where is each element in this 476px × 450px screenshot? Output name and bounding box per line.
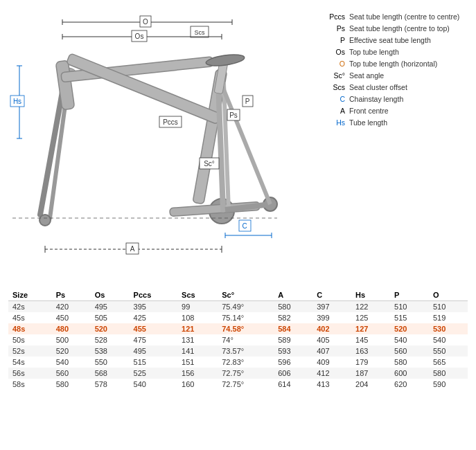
legend-value: Chainstay length: [349, 95, 469, 103]
legend-value: Seat cluster offset: [349, 83, 469, 91]
legend-value: Seat tube length (centre to centre): [349, 12, 469, 21]
table-cell: 540: [130, 379, 177, 390]
svg-text:P: P: [245, 98, 250, 105]
table-row: 48s48052045512174.58°584402127520530: [8, 323, 468, 334]
table-cell: 560: [52, 368, 91, 379]
table-cell: 72.75°: [218, 379, 274, 390]
table-body: 42s4204953959975.49°58039712251051045s45…: [8, 301, 468, 390]
table-cell: 121: [177, 323, 218, 334]
legend-value: Seat angle: [349, 71, 469, 80]
legend-value: Front centre: [349, 107, 469, 115]
table-cell: 395: [130, 301, 177, 313]
table-cell: 58s: [8, 379, 52, 390]
column-header: Hs: [351, 289, 390, 301]
legend-key: P: [326, 36, 349, 44]
svg-rect-0: [0, 0, 319, 284]
measurements-table: SizePsOsPccsScsSc°ACHsPO 42s420495395997…: [8, 289, 468, 390]
legend-key: O: [326, 60, 349, 68]
table-cell: 409: [312, 357, 351, 368]
column-header: Sc°: [218, 289, 274, 301]
table-cell: 515: [390, 312, 429, 323]
table-cell: 74.58°: [218, 323, 274, 334]
table-cell: 580: [274, 301, 312, 313]
legend-key: Scs: [326, 83, 349, 91]
column-header: Pccs: [130, 289, 177, 301]
table-cell: 179: [351, 357, 390, 368]
table-cell: 600: [390, 368, 429, 379]
table-cell: 425: [130, 312, 177, 323]
column-header: Scs: [177, 289, 218, 301]
table-cell: 56s: [8, 368, 52, 379]
legend-value: Effective seat tube length: [349, 36, 469, 44]
table-cell: 480: [52, 323, 91, 334]
table-cell: 582: [274, 312, 312, 323]
column-header: C: [312, 289, 351, 301]
svg-text:Hs: Hs: [13, 98, 21, 105]
table-cell: 540: [390, 334, 429, 345]
table-cell: 73.57°: [218, 345, 274, 357]
table-cell: 589: [274, 334, 312, 345]
table-cell: 530: [429, 323, 468, 334]
table-cell: 550: [91, 357, 130, 368]
table-cell: 550: [429, 345, 468, 357]
legend-value: Tube length: [349, 118, 469, 127]
table-cell: 510: [390, 301, 429, 313]
table-cell: 407: [312, 345, 351, 357]
legend-item: PEffective seat tube length: [326, 36, 469, 44]
legend-item: ScsSeat cluster offset: [326, 83, 469, 91]
legend-key: Pccs: [326, 12, 349, 21]
table-cell: 145: [351, 334, 390, 345]
table-cell: 72.83°: [218, 357, 274, 368]
legend-key: Hs: [326, 118, 349, 127]
table-cell: 42s: [8, 301, 52, 313]
table-row: 58s58057854016072.75°614413204620590: [8, 379, 468, 390]
table-cell: 156: [177, 368, 218, 379]
legend-item: OTop tube length (horizontal): [326, 60, 469, 68]
top-section: O Scs Os Hs Pccs: [0, 0, 476, 284]
table-cell: 413: [312, 379, 351, 390]
table-cell: 580: [52, 379, 91, 390]
table-row: 52s52053849514173.57°593407163560550: [8, 345, 468, 357]
svg-text:O: O: [143, 18, 148, 26]
table-cell: 75.14°: [218, 312, 274, 323]
legend-value: Seat tube length (centre to top): [349, 24, 469, 33]
legend-value: Top tube length (horizontal): [349, 60, 469, 68]
main-container: O Scs Os Hs Pccs: [0, 0, 476, 450]
table-cell: 50s: [8, 334, 52, 345]
table-cell: 520: [91, 323, 130, 334]
table-cell: 450: [52, 312, 91, 323]
table-cell: 578: [91, 379, 130, 390]
table-row: 50s50052847513174°589405145540540: [8, 334, 468, 345]
legend-area: PccsSeat tube length (centre to centre)P…: [319, 0, 476, 284]
table-cell: 52s: [8, 345, 52, 357]
table-cell: 45s: [8, 312, 52, 323]
table-row: 42s4204953959975.49°580397122510510: [8, 301, 468, 313]
svg-text:Scs: Scs: [194, 29, 205, 36]
table-cell: 48s: [8, 323, 52, 334]
table-cell: 412: [312, 368, 351, 379]
table-cell: 405: [312, 334, 351, 345]
table-cell: 127: [351, 323, 390, 334]
legend-key: A: [326, 107, 349, 115]
table-cell: 614: [274, 379, 312, 390]
svg-text:A: A: [130, 245, 135, 253]
column-header: A: [274, 289, 312, 301]
table-cell: 510: [429, 301, 468, 313]
table-cell: 520: [390, 323, 429, 334]
legend-key: Os: [326, 48, 349, 56]
table-cell: 500: [52, 334, 91, 345]
svg-text:Sc°: Sc°: [204, 160, 215, 168]
table-cell: 108: [177, 312, 218, 323]
legend-item: Sc°Seat angle: [326, 71, 469, 80]
table-cell: 620: [390, 379, 429, 390]
svg-text:Os: Os: [135, 33, 144, 40]
table-cell: 515: [130, 357, 177, 368]
legend-item: HsTube length: [326, 118, 469, 127]
table-cell: 580: [429, 368, 468, 379]
legend-key: Ps: [326, 24, 349, 33]
table-cell: 399: [312, 312, 351, 323]
column-header: P: [390, 289, 429, 301]
table-header: SizePsOsPccsScsSc°ACHsPO: [8, 289, 468, 301]
table-cell: 495: [91, 301, 130, 313]
table-cell: 131: [177, 334, 218, 345]
